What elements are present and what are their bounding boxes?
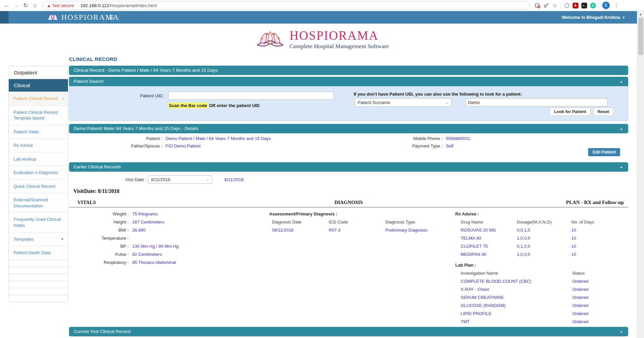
- scan-barcode-hint: Scan the Bar code OR enter the patient U…: [168, 103, 259, 108]
- user-menu[interactable]: Welcome to Bhogadi Krishna ▼: [562, 11, 625, 24]
- patient-details-header-label: Demo Patient/ Male/ 64 Years 7 Months an…: [74, 126, 199, 131]
- payment-type-value: Self: [446, 143, 453, 148]
- rx-row: ROSUVAS 20 MG 0,0,1,0 10: [455, 226, 594, 234]
- chrome-menu-icon[interactable]: ⋮: [612, 1, 621, 10]
- chevron-down-icon: ⌄: [206, 177, 209, 182]
- forward-icon[interactable]: →: [11, 1, 21, 10]
- visit-date-select[interactable]: 8/11/2018 ⌄: [148, 175, 212, 184]
- look-for-patient-button[interactable]: Look for Patient: [550, 108, 591, 116]
- drug-name-value: TELMA 40: [461, 234, 517, 242]
- vitals-row: Weight : 75 Kilograms: [69, 210, 179, 218]
- address-bar[interactable]: ▲ Not secure 192.168.0.112/Hospiorama/in…: [42, 1, 530, 10]
- patient-value[interactable]: Demo Patient / Male / 64 Years 7 Months …: [166, 136, 271, 141]
- welcome-label: Welcome to Bhogadi Krishna: [562, 15, 620, 20]
- vital-label: Temperature :: [69, 234, 129, 242]
- diagnosis-type-header: Diagnosis Type: [385, 218, 428, 226]
- sidebar-item-outpatient[interactable]: Outpatient: [8, 66, 68, 79]
- patient-search-panel: Patient Search ▲ Patient UID : Scan the …: [69, 77, 628, 121]
- vital-value: 82 Centimeters: [132, 250, 162, 259]
- sidebar-others: [8, 260, 68, 302]
- rx-row: TELMA 40 1,0,0,0 10: [455, 234, 594, 242]
- sidebar-subitem[interactable]: Frequently Used Clinical Notes: [9, 212, 68, 232]
- status-value: Ordered: [572, 310, 594, 318]
- diagnosis-row: 08/11/2018 R07.3 Preliminary Diagnosis: [269, 226, 428, 234]
- sidebar-item[interactable]: [9, 288, 68, 295]
- warning-icon: ▲: [47, 3, 51, 8]
- collapse-caret-icon[interactable]: ▲: [620, 162, 623, 172]
- vitals-title: VITALS: [77, 200, 96, 205]
- clinical-record-columns: VITALS DIAGNOSIS PLAN - RX and Follow-up…: [69, 197, 628, 323]
- patient-search-header-label: Patient Search: [74, 79, 104, 84]
- grammarly-extension-icon[interactable]: G: [588, 1, 597, 9]
- patient-search-header[interactable]: Patient Search ▲: [69, 77, 628, 86]
- popup-blocked-icon[interactable]: [533, 1, 542, 9]
- edit-patient-button[interactable]: Edit Patient: [588, 148, 620, 156]
- sidebar-item[interactable]: [9, 295, 68, 302]
- vitals-row: Temperature :: [69, 234, 179, 242]
- lab-row: SERUM CREATININE Ordered: [455, 294, 594, 302]
- diagnosis-header-row: Diagnosis Date ICD Code Diagnosis Type: [269, 218, 428, 226]
- sidebar-item[interactable]: [9, 260, 68, 267]
- collapse-caret-icon[interactable]: ▲: [620, 327, 623, 336]
- sidebar-subitem[interactable]: Patient Death Data: [9, 246, 68, 260]
- earlier-records-header[interactable]: Earlier Clinical Records ▲: [69, 162, 628, 172]
- bookmark-star-icon[interactable]: ☆: [550, 1, 559, 9]
- search-value-input[interactable]: [466, 98, 608, 106]
- sidebar-item-label[interactable]: Outpatient: [9, 66, 68, 79]
- sidebar-subitem[interactable]: Templates: [9, 232, 68, 246]
- page-scrollbar[interactable]: ▲: [637, 11, 644, 338]
- back-icon[interactable]: ←: [2, 1, 11, 10]
- sidebar-subitem[interactable]: Quick Clinical Record: [9, 179, 68, 193]
- lab-row: LIPID PROFILE Ordered: [455, 310, 594, 318]
- sidebar-item[interactable]: [9, 274, 68, 281]
- patient-details-header[interactable]: Demo Patient/ Male/ 64 Years 7 Months an…: [69, 124, 628, 133]
- scroll-up-icon[interactable]: ▲: [637, 11, 644, 17]
- home-icon[interactable]: ⌂: [30, 1, 40, 10]
- mobile-phone-label: Mobile Phone :: [348, 136, 442, 141]
- collapse-caret-icon[interactable]: ▲: [620, 77, 623, 86]
- profile-avatar[interactable]: C: [602, 2, 610, 9]
- sidebar-subitem[interactable]: External/Scanned Documentation: [9, 193, 68, 212]
- vital-value: 75 Kilograms: [132, 210, 158, 218]
- vitals-block: Weight : 75 Kilograms Height : 167 Centi…: [69, 210, 179, 267]
- current-visit-header[interactable]: Current Visit Clinical Record ▲: [69, 327, 628, 336]
- vital-label: Height :: [69, 218, 129, 226]
- assessment-label: Assessment/Primary Diagnosis :: [269, 210, 428, 218]
- investigation-name-value: SERUM CREATININE: [461, 294, 572, 302]
- scrollbar-thumb[interactable]: [638, 18, 643, 55]
- sidebar-subitem[interactable]: Patient Clinical Record Template based: [9, 105, 68, 125]
- vitals-row: Height : 167 Centimeters: [69, 218, 179, 226]
- refresh-icon[interactable]: ↻: [21, 1, 30, 10]
- patient-uid-input[interactable]: [168, 92, 334, 100]
- status-value: Ordered: [572, 302, 594, 310]
- visit-date-link[interactable]: 8/11/2018: [224, 177, 244, 182]
- extension-circle-icon[interactable]: [562, 1, 571, 9]
- sidebar-subitem[interactable]: Patient Clinical Record: [9, 92, 68, 105]
- diagnosis-title: DIAGNOSIS: [334, 200, 363, 205]
- current-visit-header-label: Current Visit Clinical Record: [74, 329, 131, 334]
- hamburger-menu-icon[interactable]: ☰: [104, 11, 119, 24]
- lab-rows: COMPLETE BLOOD COUNT (CBC) Ordered X-RAY…: [455, 277, 594, 326]
- lab-row: TMT Ordered: [455, 318, 594, 326]
- sidebar-subitem[interactable]: Patient Vitals: [9, 125, 68, 139]
- sidebar-item-clinical[interactable]: Clinical: [9, 79, 68, 92]
- dosage-header: Dosage(M,A,N,O): [517, 218, 571, 226]
- reset-button[interactable]: Reset: [593, 108, 613, 116]
- collapse-caret-icon[interactable]: ▲: [620, 124, 623, 133]
- patient-label: Patient :: [69, 136, 162, 141]
- app-navbar: HOSPIORAMA ☰ Welcome to Bhogadi Krishna …: [0, 11, 644, 24]
- search-criteria-select[interactable]: Patient Surname ⌄: [355, 98, 452, 107]
- sidebar-subitem[interactable]: Evaluation n Diagnosis: [9, 166, 68, 179]
- terminal-extension-icon[interactable]: >_: [580, 1, 588, 9]
- sidebar-item[interactable]: [9, 267, 68, 274]
- sidebar-item[interactable]: [9, 281, 68, 288]
- status-value: Ordered: [572, 318, 594, 326]
- rx-rows: ROSUVAS 20 MG 0,0,1,0 10 TELMA 40 1,0,0,…: [455, 226, 594, 259]
- mobile-phone-value: 5556660001: [446, 136, 470, 141]
- sidebar-subitem[interactable]: Lab workup: [9, 152, 68, 166]
- days-header: No. of Days: [571, 218, 594, 226]
- key-icon[interactable]: [542, 1, 550, 9]
- sidebar-subitem[interactable]: Rx Advise: [9, 138, 68, 152]
- acrobat-extension-icon[interactable]: A: [571, 1, 580, 9]
- icd-code-header: ICD Code: [329, 218, 385, 226]
